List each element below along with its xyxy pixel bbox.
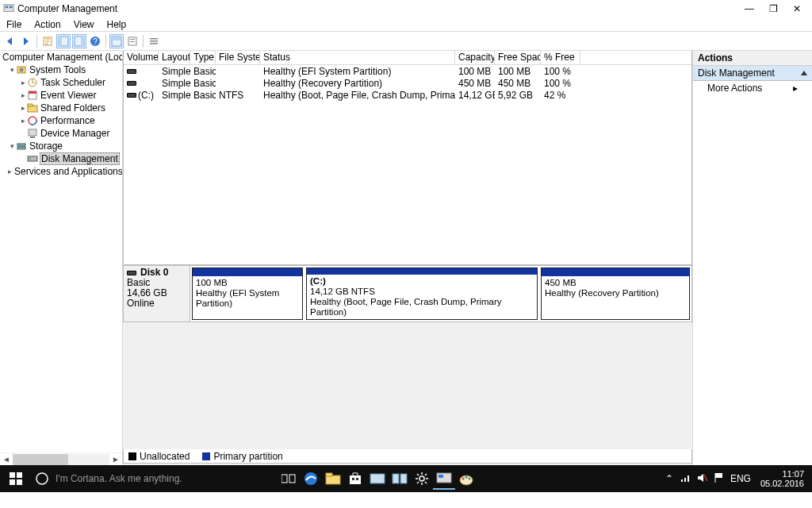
titlebar: Computer Management — ❐ ✕	[0, 0, 812, 17]
expand-icon[interactable]: ▸	[8, 167, 12, 175]
taskbar-compmgmt[interactable]	[433, 468, 455, 490]
partition-efi[interactable]: 100 MB Healthy (EFI System Partition)	[192, 267, 303, 320]
volume-row[interactable]: Simple Basic Healthy (Recovery Partition…	[124, 77, 691, 89]
taskbar: I'm Cortana. Ask me anything. ⌃ ENG 11:0…	[0, 465, 812, 492]
tray-network-icon[interactable]	[680, 472, 691, 486]
tree-shared-folders[interactable]: ▸ Shared Folders	[0, 102, 122, 114]
expand-icon[interactable]: ▸	[19, 91, 27, 99]
cortana-icon	[35, 471, 49, 486]
col-type[interactable]: Type	[190, 51, 216, 64]
svg-marker-3	[7, 37, 12, 45]
task-view-button[interactable]	[278, 468, 300, 490]
tree-task-scheduler[interactable]: ▸ Task Scheduler	[0, 76, 122, 89]
scroll-thumb[interactable]	[13, 454, 68, 465]
tree-performance[interactable]: ▸ Performance	[0, 114, 122, 127]
taskbar-paint[interactable]	[455, 468, 477, 490]
volume-row[interactable]: (C:) Simple Basic NTFS Healthy (Boot, Pa…	[124, 89, 691, 101]
legend: Unallocated Primary partition	[123, 449, 692, 464]
tree-event-viewer[interactable]: ▸ Event Viewer	[0, 89, 122, 102]
svg-line-70	[704, 475, 707, 481]
tray-volume-icon[interactable]	[697, 472, 708, 486]
svg-rect-27	[28, 104, 33, 106]
svg-marker-4	[24, 37, 29, 45]
svg-line-59	[417, 474, 419, 475]
start-button[interactable]	[0, 465, 32, 492]
svg-rect-40	[10, 479, 15, 485]
svg-rect-53	[400, 474, 407, 483]
close-button[interactable]: ✕	[785, 3, 809, 14]
taskbar-app2[interactable]	[389, 468, 411, 490]
tree-root[interactable]: Computer Management (Local	[0, 51, 122, 64]
expand-icon[interactable]: ▸	[19, 104, 27, 112]
svg-rect-25	[29, 91, 36, 94]
actions-band[interactable]: Disk Management	[693, 66, 812, 81]
col-layout[interactable]: Layout	[159, 51, 190, 64]
legend-unallocated-label: Unallocated	[140, 451, 190, 462]
taskbar-explorer[interactable]	[322, 468, 344, 490]
svg-rect-39	[17, 472, 22, 478]
properties-button[interactable]	[40, 34, 55, 48]
taskbar-edge[interactable]	[300, 468, 322, 490]
taskbar-app1[interactable]	[366, 468, 389, 490]
tree-system-tools[interactable]: ▾ System Tools	[0, 64, 122, 76]
svg-text:?: ?	[93, 37, 98, 46]
svg-rect-33	[17, 147, 25, 149]
tree-device-manager[interactable]: ▸ Device Manager	[0, 127, 122, 140]
svg-point-22	[20, 68, 24, 72]
view-detail-button[interactable]	[72, 34, 86, 48]
expand-icon[interactable]: ▸	[19, 117, 27, 125]
view-console-tree-button[interactable]	[56, 34, 71, 48]
collapse-icon	[801, 71, 807, 75]
svg-rect-31	[30, 137, 35, 138]
tree-hscrollbar[interactable]: ◄ ►	[0, 452, 122, 465]
tray-chevron-icon[interactable]: ⌃	[665, 473, 673, 484]
tray-lang[interactable]: ENG	[730, 473, 751, 484]
view-top-button[interactable]	[109, 34, 124, 48]
volume-table-header: Volume Layout Type File System Status Ca…	[124, 51, 691, 65]
collapse-icon[interactable]: ▾	[8, 142, 16, 150]
legend-unallocated-swatch	[128, 452, 136, 460]
actions-more[interactable]: More Actions ▸	[693, 81, 812, 95]
list-button[interactable]	[147, 34, 161, 48]
svg-rect-15	[130, 39, 135, 40]
volume-row[interactable]: Simple Basic Healthy (EFI System Partiti…	[124, 65, 691, 77]
menu-file[interactable]: File	[0, 19, 28, 30]
col-capacity[interactable]: Capacity	[455, 51, 495, 64]
app-icon	[3, 3, 14, 14]
col-file-system[interactable]: File System	[216, 51, 260, 64]
svg-rect-32	[17, 144, 25, 146]
svg-line-60	[425, 482, 427, 483]
tree-storage[interactable]: ▾ Storage	[0, 140, 122, 152]
col-volume[interactable]: Volume	[124, 51, 159, 64]
scroll-right-icon[interactable]: ►	[109, 454, 122, 465]
minimize-button[interactable]: —	[737, 3, 761, 14]
disk-info[interactable]: Disk 0 Basic 14,66 GB Online	[124, 266, 190, 321]
maximize-button[interactable]: ❐	[761, 3, 785, 14]
collapse-icon[interactable]: ▾	[8, 66, 16, 74]
col-free-space[interactable]: Free Space	[495, 51, 541, 64]
tree-services-apps[interactable]: ▸ Services and Applications	[0, 165, 122, 178]
menu-view[interactable]: View	[67, 19, 101, 30]
expand-icon[interactable]: ▸	[19, 79, 27, 87]
cortana-search[interactable]: I'm Cortana. Ask me anything.	[32, 471, 254, 486]
partition-c[interactable]: (C:) 14,12 GB NTFS Healthy (Boot, Page F…	[306, 267, 538, 320]
svg-rect-49	[352, 478, 354, 480]
tray-clock[interactable]: 11:07 05.02.2016	[757, 469, 807, 488]
help-button[interactable]: ?	[88, 34, 102, 48]
tree-disk-management[interactable]: ▸ Disk Management	[0, 152, 122, 165]
col-status[interactable]: Status	[260, 51, 455, 64]
menu-help[interactable]: Help	[101, 19, 133, 30]
col-pct-free[interactable]: % Free	[541, 51, 580, 64]
scroll-left-icon[interactable]: ◄	[0, 454, 13, 465]
tray-flag-icon[interactable]	[714, 472, 724, 486]
menu-action[interactable]: Action	[28, 19, 67, 30]
partition-recovery[interactable]: 450 MB Healthy (Recovery Partition)	[541, 267, 690, 320]
search-placeholder: I'm Cortana. Ask me anything.	[56, 473, 182, 484]
nav-back-button[interactable]	[3, 34, 17, 48]
settings-button[interactable]	[125, 34, 140, 48]
disk-icon	[127, 81, 136, 86]
taskbar-store[interactable]	[344, 468, 366, 490]
svg-rect-43	[282, 475, 287, 483]
taskbar-settings[interactable]	[411, 468, 433, 490]
nav-forward-button[interactable]	[19, 34, 33, 48]
